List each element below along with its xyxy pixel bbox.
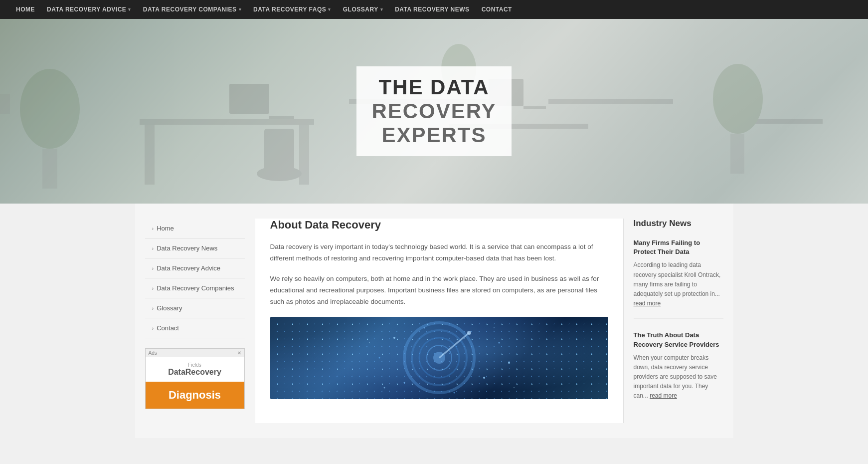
svg-point-34 <box>369 342 370 343</box>
svg-rect-0 <box>140 119 314 125</box>
news-item-1-excerpt: According to leading data recovery speci… <box>634 260 723 308</box>
ad-logo: Fields DataRecovery <box>146 357 244 382</box>
sidebar-item-contact[interactable]: › Contact <box>145 318 245 338</box>
arrow-icon: › <box>152 325 154 331</box>
news-item-2-excerpt: When your computer breaks down, data rec… <box>634 353 723 401</box>
svg-point-37 <box>494 327 495 328</box>
svg-point-35 <box>514 387 515 388</box>
intro-paragraph-2: We rely so heavily on computers, both at… <box>270 273 608 308</box>
chevron-down-icon: ▾ <box>128 7 131 12</box>
svg-rect-8 <box>269 116 294 119</box>
chevron-down-icon: ▾ <box>239 7 242 12</box>
news-item-2-title: The Truth About Data Recovery Service Pr… <box>634 331 723 349</box>
ad-brand-suffix: Fields <box>151 362 239 368</box>
main-wrapper: › Home › Data Recovery News › Data Recov… <box>135 204 733 438</box>
hard-drive-image <box>270 317 608 399</box>
sidebar-item-advice[interactable]: › Data Recovery Advice <box>145 258 245 278</box>
svg-point-30 <box>378 357 380 359</box>
nav-faqs[interactable]: DATA RECOVERY FAQS ▾ <box>247 0 337 19</box>
page-title: About Data Recovery <box>270 219 608 232</box>
news-item-1: Many Firms Failing to Protect Their Data… <box>634 238 723 319</box>
arrow-icon: › <box>152 245 154 251</box>
svg-rect-14 <box>42 149 57 189</box>
chevron-down-icon: ▾ <box>328 7 331 12</box>
ad-brand: DataRecovery <box>151 368 239 377</box>
svg-point-26 <box>393 337 395 339</box>
ad-close-icon[interactable]: ✕ <box>237 350 241 356</box>
ad-label: Ads <box>149 350 157 356</box>
svg-rect-10 <box>523 106 546 109</box>
advertisement-box: Ads ✕ Fields DataRecovery Diagnosis <box>145 348 245 409</box>
svg-rect-1 <box>145 125 155 185</box>
sidebar-item-glossary[interactable]: › Glossary <box>145 298 245 318</box>
main-content: About Data Recovery Data recovery is ver… <box>255 219 624 423</box>
svg-rect-16 <box>730 134 744 174</box>
main-nav: HOME DATA RECOVERY ADVICE ▾ DATA RECOVER… <box>0 0 868 19</box>
nav-home[interactable]: HOME <box>10 0 41 19</box>
hero-line3: EXPERTS <box>371 123 496 147</box>
news-item-2-read-more[interactable]: read more <box>650 392 677 399</box>
industry-news-heading: Industry News <box>634 219 723 229</box>
svg-point-28 <box>403 382 405 384</box>
ad-header: Ads ✕ <box>146 349 244 357</box>
hero-title-box: THE DATA RECOVERY EXPERTS <box>356 66 511 157</box>
nav-contact[interactable]: CONTACT <box>476 0 518 19</box>
svg-point-29 <box>498 342 500 344</box>
svg-point-33 <box>453 392 455 394</box>
nav-glossary[interactable]: GLOSSARY ▾ <box>337 0 389 19</box>
sidebar-item-news[interactable]: › Data Recovery News <box>145 238 245 258</box>
svg-point-15 <box>713 64 763 134</box>
news-item-2: The Truth About Data Recovery Service Pr… <box>634 331 723 411</box>
svg-point-31 <box>508 362 510 364</box>
intro-paragraph-1: Data recovery is very important in today… <box>270 241 608 264</box>
svg-point-27 <box>483 377 485 379</box>
arrow-icon: › <box>152 285 154 291</box>
right-sidebar: Industry News Many Firms Failing to Prot… <box>624 219 723 423</box>
industry-news-section: Industry News Many Firms Failing to Prot… <box>634 219 723 411</box>
sidebar-item-home[interactable]: › Home <box>145 219 245 238</box>
nav-news[interactable]: DATA RECOVERY NEWS <box>389 0 475 19</box>
svg-rect-12 <box>264 129 294 174</box>
svg-point-36 <box>383 387 385 389</box>
svg-point-13 <box>20 69 80 149</box>
hard-drive-svg <box>354 318 524 398</box>
nav-companies[interactable]: DATA RECOVERY COMPANIES ▾ <box>137 0 247 19</box>
ad-cta-button[interactable]: Diagnosis <box>146 382 244 409</box>
sidebar-item-companies[interactable]: › Data Recovery Companies <box>145 278 245 298</box>
nav-advice[interactable]: DATA RECOVERY ADVICE ▾ <box>41 0 137 19</box>
news-item-1-title: Many Firms Failing to Protect Their Data <box>634 238 723 256</box>
svg-rect-18 <box>0 94 10 114</box>
hero-line1: THE DATA <box>371 75 496 99</box>
arrow-icon: › <box>152 265 154 271</box>
chevron-down-icon: ▾ <box>380 7 383 12</box>
svg-point-25 <box>467 331 471 335</box>
hero-line2: RECOVERY <box>371 99 496 123</box>
svg-rect-5 <box>548 99 673 104</box>
svg-point-32 <box>423 327 425 329</box>
arrow-icon: › <box>152 226 154 232</box>
hero-banner: THE DATA RECOVERY EXPERTS <box>0 19 868 204</box>
news-item-1-read-more[interactable]: read more <box>634 300 661 307</box>
left-sidebar: › Home › Data Recovery News › Data Recov… <box>145 219 255 423</box>
svg-rect-7 <box>229 84 269 114</box>
arrow-icon: › <box>152 305 154 311</box>
